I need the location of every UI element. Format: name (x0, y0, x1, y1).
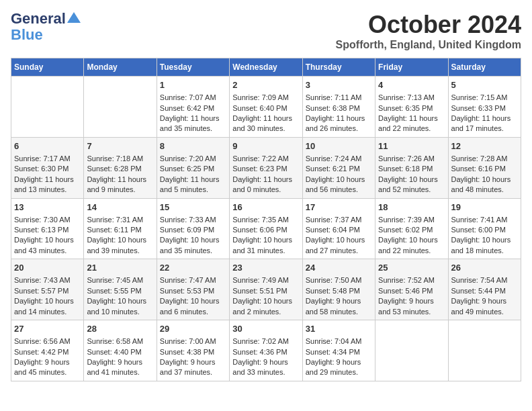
sunrise-text: Sunrise: 7:54 AM (451, 275, 518, 285)
calendar-cell (84, 77, 157, 138)
daylight-text: Daylight: 10 hours and 14 minutes. (14, 296, 81, 317)
sunset-text: Sunset: 6:40 PM (232, 103, 299, 113)
day-number: 11 (378, 140, 445, 152)
calendar-week-1: 1Sunrise: 7:07 AMSunset: 6:42 PMDaylight… (11, 77, 521, 138)
daylight-text: Daylight: 11 hours and 30 minutes. (232, 113, 299, 134)
sunset-text: Sunset: 5:44 PM (451, 286, 518, 296)
day-number: 25 (378, 262, 445, 274)
day-number: 29 (160, 323, 226, 335)
day-number: 10 (306, 140, 372, 152)
sunrise-text: Sunrise: 7:07 AM (160, 93, 226, 103)
sunrise-text: Sunrise: 7:18 AM (87, 154, 153, 164)
calendar-cell: 7Sunrise: 7:18 AMSunset: 6:28 PMDaylight… (84, 137, 157, 198)
title-area: October 2024 Spofforth, England, United … (336, 11, 521, 51)
day-number: 26 (451, 262, 518, 274)
daylight-text: Daylight: 10 hours and 39 minutes. (87, 235, 153, 256)
sunrise-text: Sunrise: 7:02 AM (232, 336, 299, 347)
day-number: 14 (87, 201, 153, 214)
calendar-header-thursday: Thursday (302, 58, 375, 77)
sunrise-text: Sunrise: 7:45 AM (87, 275, 153, 285)
calendar-cell: 8Sunrise: 7:20 AMSunset: 6:25 PMDaylight… (157, 137, 229, 198)
page-header: General Blue October 2024 Spofforth, Eng… (11, 11, 521, 51)
sunrise-text: Sunrise: 7:04 AM (306, 336, 372, 347)
calendar-header-saturday: Saturday (448, 58, 521, 77)
daylight-text: Daylight: 11 hours and 9 minutes. (87, 175, 153, 195)
sunrise-text: Sunrise: 6:56 AM (14, 336, 81, 347)
calendar-header-tuesday: Tuesday (157, 58, 229, 77)
daylight-text: Daylight: 10 hours and 27 minutes. (306, 235, 372, 256)
sunset-text: Sunset: 6:42 PM (160, 103, 226, 113)
sunset-text: Sunset: 6:11 PM (87, 225, 153, 235)
sunrise-text: Sunrise: 6:58 AM (87, 336, 153, 347)
daylight-text: Daylight: 11 hours and 13 minutes. (14, 175, 81, 195)
day-number: 6 (14, 140, 81, 152)
calendar-cell: 10Sunrise: 7:24 AMSunset: 6:21 PMDayligh… (302, 137, 375, 198)
calendar-cell: 21Sunrise: 7:45 AMSunset: 5:55 PMDayligh… (84, 259, 157, 320)
calendar-header-sunday: Sunday (11, 58, 84, 77)
calendar-week-2: 6Sunrise: 7:17 AMSunset: 6:30 PMDaylight… (11, 137, 521, 198)
logo: General Blue (11, 11, 81, 43)
calendar-cell: 24Sunrise: 7:50 AMSunset: 5:48 PMDayligh… (302, 259, 375, 320)
sunrise-text: Sunrise: 7:43 AM (14, 275, 81, 285)
day-number: 19 (451, 201, 518, 214)
sunset-text: Sunset: 6:00 PM (451, 225, 518, 235)
daylight-text: Daylight: 9 hours and 58 minutes. (306, 296, 372, 317)
day-number: 12 (451, 140, 518, 152)
daylight-text: Daylight: 9 hours and 45 minutes. (14, 357, 81, 378)
month-title: October 2024 (336, 11, 521, 39)
sunset-text: Sunset: 4:42 PM (14, 347, 81, 357)
day-number: 20 (14, 262, 81, 274)
daylight-text: Daylight: 10 hours and 35 minutes. (160, 235, 226, 256)
daylight-text: Daylight: 10 hours and 6 minutes. (160, 296, 226, 317)
daylight-text: Daylight: 9 hours and 29 minutes. (306, 357, 372, 378)
day-number: 5 (451, 79, 518, 91)
sunrise-text: Sunrise: 7:50 AM (306, 275, 372, 285)
calendar-cell: 19Sunrise: 7:41 AMSunset: 6:00 PMDayligh… (448, 198, 521, 259)
logo-text-general: General (11, 11, 66, 27)
sunset-text: Sunset: 6:13 PM (14, 225, 81, 235)
day-number: 3 (306, 79, 372, 91)
calendar-cell: 12Sunrise: 7:28 AMSunset: 6:16 PMDayligh… (448, 137, 521, 198)
sunset-text: Sunset: 5:51 PM (232, 286, 299, 296)
daylight-text: Daylight: 11 hours and 0 minutes. (232, 175, 299, 195)
calendar-table: SundayMondayTuesdayWednesdayThursdayFrid… (11, 58, 521, 381)
calendar-cell: 30Sunrise: 7:02 AMSunset: 4:36 PMDayligh… (230, 320, 302, 381)
day-number: 23 (232, 262, 299, 274)
sunset-text: Sunset: 5:53 PM (160, 286, 226, 296)
daylight-text: Daylight: 10 hours and 2 minutes. (232, 296, 299, 317)
sunrise-text: Sunrise: 7:39 AM (378, 215, 445, 225)
sunset-text: Sunset: 6:23 PM (232, 164, 299, 174)
sunset-text: Sunset: 6:09 PM (160, 225, 226, 235)
sunset-text: Sunset: 5:46 PM (378, 286, 445, 296)
sunrise-text: Sunrise: 7:49 AM (232, 275, 299, 285)
sunrise-text: Sunrise: 7:11 AM (306, 93, 372, 103)
sunrise-text: Sunrise: 7:41 AM (451, 215, 518, 225)
calendar-cell: 9Sunrise: 7:22 AMSunset: 6:23 PMDaylight… (230, 137, 302, 198)
sunrise-text: Sunrise: 7:20 AM (160, 154, 226, 164)
sunrise-text: Sunrise: 7:00 AM (160, 336, 226, 347)
calendar-cell: 31Sunrise: 7:04 AMSunset: 4:34 PMDayligh… (302, 320, 375, 381)
sunset-text: Sunset: 6:35 PM (378, 103, 445, 113)
sunrise-text: Sunrise: 7:26 AM (378, 154, 445, 164)
sunset-text: Sunset: 4:40 PM (87, 347, 153, 357)
sunset-text: Sunset: 6:02 PM (378, 225, 445, 235)
sunrise-text: Sunrise: 7:33 AM (160, 215, 226, 225)
day-number: 1 (160, 79, 226, 91)
day-number: 24 (306, 262, 372, 274)
calendar-cell: 3Sunrise: 7:11 AMSunset: 6:38 PMDaylight… (302, 77, 375, 138)
sunset-text: Sunset: 5:55 PM (87, 286, 153, 296)
day-number: 18 (378, 201, 445, 214)
calendar-cell: 20Sunrise: 7:43 AMSunset: 5:57 PMDayligh… (11, 259, 84, 320)
calendar-header-row: SundayMondayTuesdayWednesdayThursdayFrid… (11, 58, 521, 77)
calendar-cell: 22Sunrise: 7:47 AMSunset: 5:53 PMDayligh… (157, 259, 229, 320)
daylight-text: Daylight: 11 hours and 5 minutes. (160, 175, 226, 195)
sunrise-text: Sunrise: 7:35 AM (232, 215, 299, 225)
calendar-header-friday: Friday (375, 58, 448, 77)
day-number: 16 (232, 201, 299, 214)
day-number: 22 (160, 262, 226, 274)
day-number: 31 (306, 323, 372, 335)
daylight-text: Daylight: 10 hours and 48 minutes. (451, 175, 518, 195)
calendar-cell: 28Sunrise: 6:58 AMSunset: 4:40 PMDayligh… (84, 320, 157, 381)
sunset-text: Sunset: 6:38 PM (306, 103, 372, 113)
daylight-text: Daylight: 11 hours and 22 minutes. (378, 113, 445, 134)
